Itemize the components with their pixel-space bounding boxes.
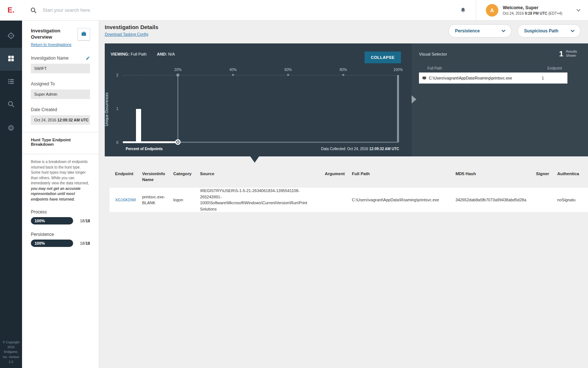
investigation-sidebar: Investigation Overview Return to Investi… [22,21,99,368]
x-tick: 40% [229,68,237,72]
gridline-dashed [123,75,398,75]
user-menu[interactable]: A Welcome, Super Oct 24, 2016 9:28 PM UT… [486,4,581,17]
data-collected-text: Data Collected: Oct 24, 2016 12:09:32 AM… [321,147,399,151]
cell-source: \REGISTRY\USER\S-1-5-21-2634061834-13955… [200,188,325,212]
hunt-type-dropdown[interactable]: Persistence [448,24,512,38]
chart-panel: VIEWING: Full Path AND: N/A COLLAPSE Uni… [105,43,588,156]
date-created-date: Oct 24, 2016 [34,118,56,122]
col-md5-hash: MD5 Hash [455,171,536,183]
occurrences-chart: Unique Occurrences 20% 40% 60% 80% 100% … [123,75,398,142]
viewing-label: VIEWING: [111,52,129,56]
page-title: Investigation Details [105,24,158,30]
collapse-button[interactable]: COLLAPSE [365,52,401,63]
process-progress-pill: 100% [31,217,73,224]
col-signer: Signer [536,171,557,183]
vs-col-endpoint: Endpoint [548,66,562,70]
arrow-down-icon [250,156,259,163]
breakdown-title: Hunt Type Endpoint Breakdown [31,138,90,146]
avatar[interactable]: A [486,4,498,17]
col-versioninfo-name: VersionInfo Name [142,171,173,183]
process-count: 18/18 [80,219,90,223]
rule-dropdown-label: Suspicious Path [524,28,558,33]
col-argument: Argument [325,171,352,183]
investigations-grid-icon [7,55,15,64]
list-icon [7,78,15,86]
rule-dropdown[interactable]: Suspicious Path [517,24,581,38]
investigation-name-label: Investigation Name [31,56,69,61]
date-created-value: Oct 24, 2016 12:09:32 AM UTC [31,115,90,125]
assigned-to-label: Assigned To [31,81,90,86]
nav-item-endpoints[interactable] [0,71,22,93]
sidebar-divider [22,132,99,132]
user-datetime: Oct 24, 2016 9:28 PM UTC (EDT+4) [503,11,562,15]
copyright-text: © Copyright 2016 Endgame, Inc. Version 2… [0,340,22,364]
grid-dot [287,74,289,76]
results-count: 1 [559,49,563,58]
col-endpoint: Endpoint [115,171,142,183]
x-tick: 100% [393,68,403,72]
x-axis-line [178,142,398,143]
x-tick: 80% [340,68,347,72]
visual-selector-row[interactable]: C:\Users\vagrant\AppData\Roaming\printsv… [419,72,567,84]
avatar-initial: A [490,7,494,13]
nav-item-investigations[interactable] [0,48,22,71]
investigation-name-field[interactable] [31,64,90,73]
grid-dot [232,74,234,76]
return-to-investigations-link[interactable]: Return to Investigations [31,42,71,47]
x-axis-selected-range [123,141,178,143]
topbar-divider [476,0,476,21]
endpoint-link[interactable]: XG16KDWI [115,198,136,202]
search-input[interactable] [43,7,460,13]
vs-row-full-path: C:\Users\vagrant\AppData\Roaming\printsv… [429,76,542,80]
app-logo[interactable]: E. [0,0,22,21]
y-axis-label: Unique Occurrences [105,92,109,126]
viewing-value: Full Path [130,52,146,56]
cell-md5-hash: 342652dab8a5fb7073a99438abd5d28a [455,197,536,203]
filter-dropdowns: Persistence Suspicious Path [448,24,581,38]
chevron-down-icon [501,28,506,33]
edit-pencil-icon[interactable] [86,56,90,60]
slider-handle[interactable] [175,139,181,145]
date-created-time: 12:09:32 AM UTC [57,118,89,122]
nav-item-settings[interactable]: ⚙ [0,116,22,139]
assigned-to-field[interactable] [31,89,90,99]
process-meter-label: Process [31,209,90,215]
nav-item-hunt[interactable] [0,25,22,48]
chevron-down-icon[interactable] [576,9,581,12]
and-label: AND: [157,52,167,56]
persistence-meter: 100% 18/18 [31,240,90,247]
y-tick: 2 [116,73,118,77]
chevron-down-icon [570,28,575,33]
search-icon [7,100,15,109]
investigation-name-label-row: Investigation Name [31,56,90,61]
col-full-path: Full Path [352,171,456,183]
briefcase-icon [80,31,87,38]
viewing-status: VIEWING: Full Path AND: N/A [111,52,175,56]
user-welcome-text: Welcome, Super [503,5,562,10]
right-boundary-line [397,75,399,142]
occurrence-bar[interactable] [136,109,141,142]
visual-selector-title: Visual Selector [419,52,447,56]
nav-items: ⚙ [0,25,22,139]
persistence-meter-label: Persistence [31,232,90,237]
arrow-right-icon [412,95,416,103]
briefcase-button[interactable] [78,28,90,40]
vs-row-endpoint-count: 1 [542,76,567,80]
notifications-bell-icon[interactable] [460,7,466,14]
endpoint-icon [422,76,427,81]
sidebar-title: Investigation Overview [31,28,65,40]
top-bar: A Welcome, Super Oct 24, 2016 9:28 PM UT… [22,0,588,21]
table-row[interactable]: XG16KDWI printsvc.exe-BLANK logon \REGIS… [110,188,588,212]
download-tasking-config-link[interactable]: Download Tasking Config [105,32,148,36]
cell-authenticated: noSignatu [557,197,588,203]
slider-vertical-line[interactable] [178,75,178,142]
user-date: Oct 24, 2016 [503,11,525,15]
grid-dot [343,74,344,76]
cell-category: logon [173,197,200,203]
vs-col-full-path: Full Path [427,66,442,70]
user-time: 9:28 PM UTC [525,11,547,15]
y-tick: 0 [116,141,118,145]
y-tick: 1 [116,107,118,111]
and-value: N/A [168,52,175,56]
nav-item-search[interactable] [0,93,22,116]
